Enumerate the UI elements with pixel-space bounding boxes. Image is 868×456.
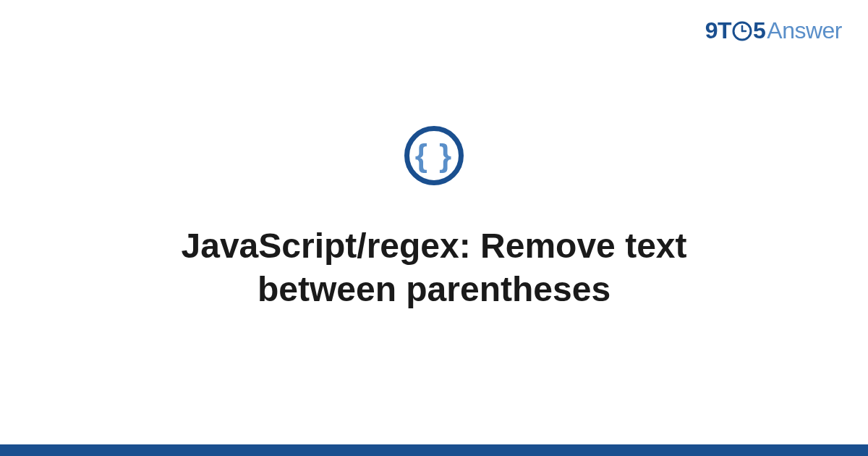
- logo-answer: Answer: [767, 17, 842, 44]
- main-content: { } JavaScript/regex: Remove text betwee…: [0, 126, 868, 311]
- site-logo: 9 T 5 Answer: [705, 17, 842, 44]
- page-title: JavaScript/regex: Remove text between pa…: [109, 224, 760, 311]
- clock-icon: [732, 21, 752, 41]
- logo-five: 5: [753, 17, 765, 44]
- logo-nine: 9: [705, 17, 718, 44]
- topic-braces-icon: { }: [404, 126, 464, 185]
- braces-glyph: { }: [415, 140, 453, 172]
- logo-t: T: [718, 17, 731, 44]
- bottom-accent-bar: [0, 444, 868, 456]
